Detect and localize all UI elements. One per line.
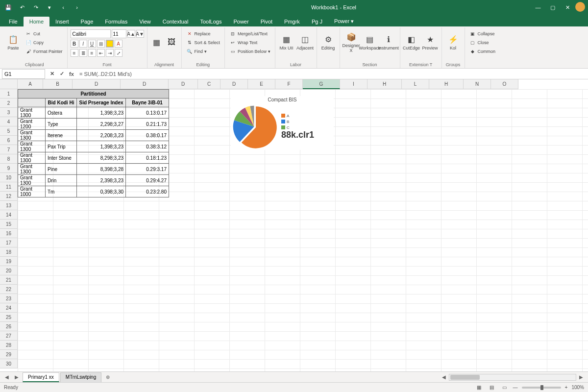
- row-header[interactable]: 30: [0, 359, 18, 368]
- sheet-nav-next-icon[interactable]: ▶: [13, 373, 21, 381]
- row-header[interactable]: 7: [0, 145, 18, 154]
- user-avatar[interactable]: [575, 2, 585, 12]
- border-button[interactable]: ⊞: [97, 40, 105, 48]
- row-header[interactable]: 27: [0, 331, 18, 341]
- shrink-font-button[interactable]: A▼: [136, 30, 144, 38]
- column-header[interactable]: G: [303, 79, 340, 89]
- font-name-select[interactable]: [71, 29, 111, 38]
- undo-icon[interactable]: ↶: [17, 2, 27, 13]
- name-box[interactable]: G1: [2, 69, 45, 79]
- nav-fwd-icon[interactable]: ›: [72, 2, 82, 13]
- column-header[interactable]: C: [198, 79, 220, 89]
- sheet-nav-prev-icon[interactable]: ◀: [3, 373, 11, 381]
- row-header[interactable]: 14: [0, 210, 18, 220]
- row-header[interactable]: 2: [0, 98, 18, 108]
- formula-cancel-icon[interactable]: ✕: [47, 69, 57, 79]
- sheet-tab[interactable]: MTrnLswtping: [60, 372, 101, 382]
- ribbon-tab-pgj[interactable]: Pg J: [306, 17, 328, 26]
- row-header[interactable]: 15: [0, 220, 18, 229]
- preview-button[interactable]: ★Preview: [422, 29, 439, 55]
- nav-back-icon[interactable]: ‹: [58, 2, 69, 13]
- ribbon-tab-pmgrk[interactable]: Pmgrk: [278, 17, 306, 26]
- grow-font-button[interactable]: A▲: [127, 30, 135, 38]
- redo-icon[interactable]: ↷: [30, 2, 41, 13]
- column-header[interactable]: D: [73, 79, 121, 89]
- find-button[interactable]: 🔍Find ▾: [185, 47, 222, 55]
- row-header[interactable]: 16: [0, 229, 18, 238]
- ribbon-tab-formulas[interactable]: Formulas: [99, 17, 133, 26]
- spreadsheet-grid[interactable]: 1234567891011121314151617181920212223242…: [0, 79, 588, 371]
- zoom-minus-button[interactable]: —: [513, 385, 518, 390]
- font-color-button[interactable]: A: [115, 40, 122, 48]
- mixui-button[interactable]: ▦Mix UII: [278, 29, 295, 55]
- italic-button[interactable]: I: [79, 40, 87, 48]
- align-right-button[interactable]: ≡: [88, 49, 96, 57]
- formula-input[interactable]: = SUM(..D2:D1 Mid's): [76, 71, 588, 77]
- view-normal-button[interactable]: ▦: [475, 384, 484, 392]
- row-header[interactable]: 9: [0, 164, 18, 173]
- sort-button[interactable]: ⇅Sort & Select: [185, 38, 222, 47]
- ribbon-tab-contextual[interactable]: Contextual: [157, 17, 195, 26]
- fx-button[interactable]: fx: [67, 69, 76, 79]
- fill-color-button[interactable]: [106, 40, 114, 48]
- column-header[interactable]: L: [402, 79, 429, 89]
- row-header[interactable]: 20: [0, 266, 18, 275]
- row-header[interactable]: 4: [0, 117, 18, 126]
- ribbon-tab-power[interactable]: Power ▾: [328, 16, 360, 26]
- designer-button[interactable]: 📦Designer X: [343, 29, 360, 55]
- column-header[interactable]: I: [340, 79, 368, 89]
- ribbon-tab-page[interactable]: Page: [75, 17, 99, 26]
- adjacent-button[interactable]: ◫Adjacent: [297, 29, 314, 55]
- row-header[interactable]: 18: [0, 247, 18, 257]
- row-header[interactable]: 11: [0, 182, 18, 192]
- align-left-button[interactable]: ≡: [71, 49, 78, 57]
- qat-more-icon[interactable]: ▾: [44, 2, 55, 13]
- column-header[interactable]: F: [275, 79, 303, 89]
- zoom-level[interactable]: 100%: [571, 385, 584, 390]
- copy-button[interactable]: 📄Copy: [24, 38, 64, 47]
- row-header[interactable]: 28: [0, 341, 18, 350]
- row-header[interactable]: 21: [0, 275, 18, 285]
- common-button[interactable]: ◆Common: [468, 47, 497, 55]
- view-layout-button[interactable]: ▤: [488, 384, 496, 392]
- replace-button[interactable]: ✕Replace: [185, 29, 222, 38]
- row-header[interactable]: 3: [0, 108, 18, 117]
- column-header[interactable]: D: [169, 79, 198, 89]
- column-header[interactable]: H: [429, 79, 464, 89]
- row-header[interactable]: 8: [0, 154, 18, 164]
- instrument-button[interactable]: ℹInstrument: [380, 29, 397, 55]
- row-header[interactable]: 5: [0, 126, 18, 136]
- column-header[interactable]: H: [368, 79, 402, 89]
- cells-area[interactable]: PartitionedBid Kodi НіSid Prserage Index…: [18, 89, 588, 371]
- ribbon-tab-insert[interactable]: Insert: [49, 17, 75, 26]
- scroll-thumb[interactable]: [450, 375, 480, 380]
- wrap-button[interactable]: ↩Wrap Text: [228, 38, 272, 47]
- column-header[interactable]: D: [121, 79, 169, 89]
- column-header[interactable]: O: [491, 79, 518, 89]
- row-header[interactable]: 17: [0, 238, 18, 247]
- row-header[interactable]: 19: [0, 257, 18, 266]
- hscroll-right-icon[interactable]: ▶: [577, 373, 585, 381]
- bold-button[interactable]: B: [71, 40, 78, 48]
- column-header[interactable]: A: [18, 79, 43, 89]
- column-header[interactable]: D: [220, 79, 248, 89]
- row-header[interactable]: 24: [0, 303, 18, 313]
- window-max-button[interactable]: ▢: [546, 2, 560, 13]
- sheet-tab[interactable]: Primary1 xx: [23, 372, 59, 382]
- indent-inc-button[interactable]: ⇥: [106, 49, 114, 57]
- row-header[interactable]: 13: [0, 201, 18, 210]
- indent-dec-button[interactable]: ⇤: [97, 49, 105, 57]
- workspace-button[interactable]: ▤Workspace: [362, 29, 378, 55]
- row-header[interactable]: 26: [0, 322, 18, 331]
- save-icon[interactable]: 💾: [3, 2, 14, 13]
- zoom-thumb[interactable]: [540, 385, 543, 390]
- row-header[interactable]: 25: [0, 313, 18, 322]
- editing-button[interactable]: ⚙Editing: [320, 29, 337, 55]
- zoom-slider[interactable]: [522, 387, 561, 389]
- row-header[interactable]: 29: [0, 350, 18, 359]
- align-center-button[interactable]: ≣: [79, 49, 87, 57]
- position-button[interactable]: ▭Position Below ▾: [228, 47, 272, 55]
- ribbon-tab-file[interactable]: File: [3, 17, 24, 26]
- ribbon-tab-pivot[interactable]: Pivot: [255, 17, 278, 26]
- cut-button[interactable]: ✂Cut: [24, 29, 64, 38]
